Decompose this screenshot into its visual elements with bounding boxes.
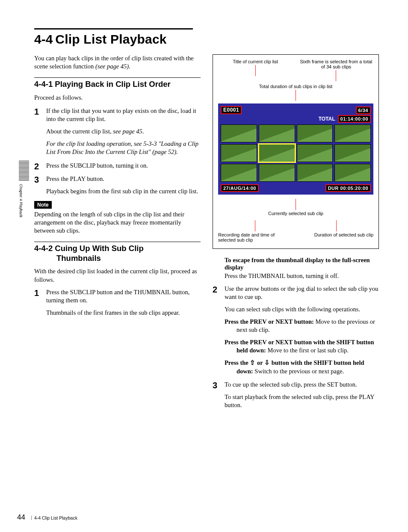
- subsection-441-heading: 4-4-1 Playing Back in Clip List Order: [34, 80, 201, 89]
- total-label: TOTAL: [319, 116, 335, 122]
- section-number: 4-4: [34, 32, 53, 46]
- thumbnail: [334, 124, 371, 142]
- callout-count: Sixth frame is selected from a total of …: [299, 59, 373, 81]
- subsection-442-heading: 4-4-2 Cuing Up With Sub Clip Thumbnails: [34, 244, 201, 263]
- callout-title: Title of current clip list: [218, 59, 293, 81]
- thumbnail: [297, 164, 333, 182]
- steps-442-right: Use the arrow buttons or the jog dial to…: [213, 285, 379, 410]
- leader-line-icon: [336, 70, 336, 81]
- steps-441: If the clip list that you want to play e…: [34, 107, 201, 195]
- leader-line-icon: [336, 220, 337, 231]
- rec-datetime-chip: 27/AUG/14:00: [221, 184, 259, 192]
- thumbnail: [221, 124, 257, 142]
- section-rule: [34, 28, 193, 30]
- thumbnail-screen: E0001 6/34 TOTAL 01:14:00:00: [218, 103, 373, 195]
- page-footer: 44 4-4 Clip List Playback: [17, 513, 77, 522]
- operation: Press the ⇧ or ⇩ button with the SHIFT b…: [225, 359, 379, 375]
- note-badge: Note: [34, 201, 52, 209]
- escape-body: Press the THUMBNAIL button, turning it o…: [225, 272, 379, 280]
- operation: Press the PREV or NEXT button: Move to t…: [225, 318, 379, 334]
- section-heading: 4-4Clip List Playback: [34, 32, 379, 47]
- step: To cue up the selected sub clip, press t…: [213, 381, 379, 409]
- clip-title-chip: E0001: [221, 106, 242, 114]
- operation: Press the PREV or NEXT button with the S…: [225, 338, 379, 355]
- callout-recdt: Recording date and time of selected sub …: [218, 220, 292, 242]
- duration-chip: DUR 00:05:20:00: [325, 184, 371, 192]
- thumbnail: [259, 164, 295, 182]
- thumbnail-figure: Title of current clip list Sixth frame i…: [213, 54, 379, 249]
- intro-paragraph: You can play back clips in the order of …: [34, 54, 201, 71]
- leader-line-icon: [296, 199, 296, 210]
- leader-line-icon: [255, 220, 255, 231]
- total-value-chip: 01:14:00:00: [338, 115, 371, 123]
- step: Press the PLAY button. Playback begins f…: [34, 175, 201, 195]
- step-crossref: For the clip list loading operation, see…: [46, 140, 201, 156]
- step: Use the arrow buttons or the jog dial to…: [213, 285, 379, 375]
- step: Press the SUBCLIP button and the THUMBNA…: [34, 288, 201, 317]
- step: If the clip list that you want to play e…: [34, 107, 201, 157]
- thumbnail: [259, 124, 295, 142]
- subsection-rule: [34, 77, 201, 78]
- arrow-up-icon: ⇧: [250, 359, 255, 366]
- escape-heading: To escape from the thumbnail display to …: [225, 257, 379, 271]
- step: Press the SUBCLIP button, turning it on.: [34, 162, 201, 170]
- leader-line-icon: [255, 65, 256, 76]
- thumbnail: [297, 124, 333, 142]
- thumbnail: [334, 164, 371, 182]
- page-number: 44: [17, 513, 25, 522]
- thumbnail-grid: [221, 124, 371, 182]
- callout-total: Total duration of sub clips in clip list: [218, 84, 373, 101]
- lead-text: Proceed as follows.: [34, 94, 201, 102]
- subsection-rule: [34, 242, 201, 242]
- callout-selected: Currently selected sub clip: [218, 199, 373, 216]
- thumbnail: [221, 144, 257, 162]
- lead-text: With the desired clip list loaded in the…: [34, 267, 201, 284]
- thumbnail: [334, 144, 371, 162]
- thumbnail: [221, 164, 257, 182]
- footer-title: 4-4 Clip List Playback: [31, 515, 77, 520]
- thumbnail-selected: [259, 144, 295, 162]
- thumbnail: [297, 144, 333, 162]
- steps-442-left: Press the SUBCLIP button and the THUMBNA…: [34, 288, 201, 317]
- note-body: Depending on the length of sub clips in …: [34, 210, 201, 235]
- callout-duration: Duration of selected sub clip: [300, 220, 374, 242]
- section-title-text: Clip List Playback: [55, 32, 166, 46]
- clip-count-chip: 6/34: [356, 106, 371, 114]
- leader-line-icon: [296, 90, 296, 101]
- arrow-down-icon: ⇩: [264, 359, 270, 366]
